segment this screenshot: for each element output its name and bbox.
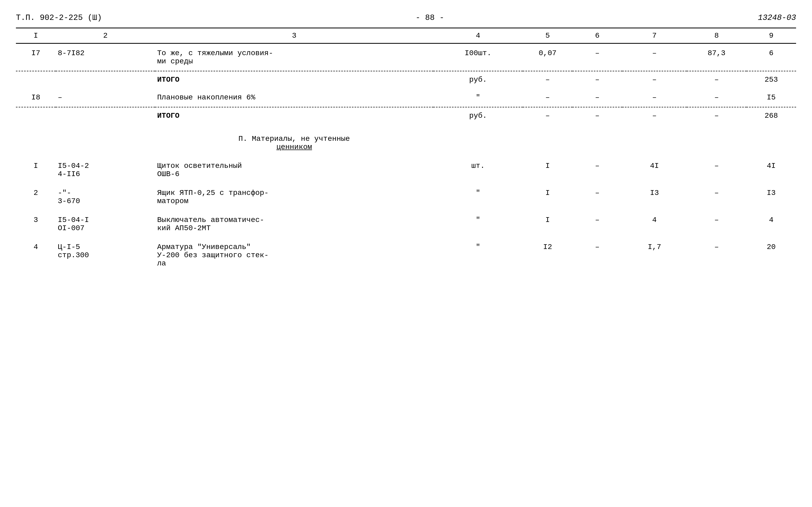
section-cell-7 — [687, 124, 747, 157]
cell-2-7: – — [687, 88, 747, 107]
table-row: II5-04-2 4-II6Щиток осветительный ОШВ-6ш… — [16, 157, 796, 183]
col-header-7: 7 — [622, 28, 687, 44]
itogo-cell-1-4: – — [523, 71, 572, 88]
cell-0-4: 0,07 — [523, 44, 572, 71]
main-table: I 2 3 4 5 6 7 8 9 I78-7I82То же, с тяжел… — [16, 27, 796, 273]
cell-6-5: – — [572, 183, 622, 211]
itogo-cell-1-3: руб. — [433, 71, 523, 88]
cell-8-6: I,7 — [622, 238, 687, 273]
cell-5-5: – — [572, 157, 622, 183]
cell-6-8: I3 — [747, 183, 796, 211]
cell-5-0: I — [16, 157, 56, 183]
cell-0-5: – — [572, 44, 622, 71]
table-row: 3I5-04-I OI-007Выключатель автоматичес- … — [16, 211, 796, 238]
cell-7-1: I5-04-I OI-007 — [56, 211, 155, 238]
itogo-cell-3-8: 268 — [747, 107, 796, 124]
cell-7-0: 3 — [16, 211, 56, 238]
section-cell-1 — [56, 124, 155, 157]
section-cell-4 — [523, 124, 572, 157]
cell-7-5: – — [572, 211, 622, 238]
table-row: 2-"- 3-670Ящик ЯТП-0,25 с трансфор- мато… — [16, 183, 796, 211]
cell-6-0: 2 — [16, 183, 56, 211]
cell-5-7: – — [687, 157, 747, 183]
cell-8-8: 20 — [747, 238, 796, 273]
cell-2-4: – — [523, 88, 572, 107]
column-headers: I 2 3 4 5 6 7 8 9 — [16, 28, 796, 44]
cell-8-1: Ц-I-5 стр.300 — [56, 238, 155, 273]
section-cell-2: П. Материалы, не учтенныеценником — [155, 124, 433, 157]
cell-2-0: I8 — [16, 88, 56, 107]
itogo-cell-3-1 — [56, 107, 155, 124]
itogo-cell-3-2: ИТОГО — [155, 107, 433, 124]
cell-7-4: I — [523, 211, 572, 238]
cell-2-3: " — [433, 88, 523, 107]
itogo-cell-3-4: – — [523, 107, 572, 124]
section-cell-6 — [622, 124, 687, 157]
itogo-cell-3-0 — [16, 107, 56, 124]
cell-7-8: 4 — [747, 211, 796, 238]
cell-8-5: – — [572, 238, 622, 273]
cell-8-2: Арматура "Универсаль" У-200 без защитног… — [155, 238, 433, 273]
cell-0-3: I00шт. — [433, 44, 523, 71]
cell-0-7: 87,3 — [687, 44, 747, 71]
table-row: I78-7I82То же, с тяжелыми условия- ми ср… — [16, 44, 796, 71]
cell-2-8: I5 — [747, 88, 796, 107]
cell-5-1: I5-04-2 4-II6 — [56, 157, 155, 183]
cell-6-7: – — [687, 183, 747, 211]
cell-2-5: – — [572, 88, 622, 107]
section-cell-0 — [16, 124, 56, 157]
cell-2-2: Плановые накопления 6% — [155, 88, 433, 107]
itogo-cell-3-7: – — [687, 107, 747, 124]
doc-number-right: 13248-03 — [758, 13, 796, 22]
itogo-cell-1-5: – — [572, 71, 622, 88]
col-header-2: 2 — [56, 28, 155, 44]
cell-6-6: I3 — [622, 183, 687, 211]
table-row: I8–Плановые накопления 6%"––––I5 — [16, 88, 796, 107]
cell-2-6: – — [622, 88, 687, 107]
itogo-cell-3-6: – — [622, 107, 687, 124]
itogo-cell-1-0 — [16, 71, 56, 88]
cell-0-2: То же, с тяжелыми условия- ми среды — [155, 44, 433, 71]
cell-6-3: " — [433, 183, 523, 211]
section-cell-8 — [747, 124, 796, 157]
section-cell-5 — [572, 124, 622, 157]
cell-8-7: – — [687, 238, 747, 273]
page-header: Т.П. 902-2-225 (Ш) - 88 - 13248-03 — [16, 11, 796, 25]
itogo-cell-3-3: руб. — [433, 107, 523, 124]
cell-6-4: I — [523, 183, 572, 211]
cell-2-1: – — [56, 88, 155, 107]
cell-0-8: 6 — [747, 44, 796, 71]
cell-7-7: – — [687, 211, 747, 238]
col-header-5: 5 — [523, 28, 572, 44]
cell-5-4: I — [523, 157, 572, 183]
itogo-row: ИТОГОруб.––––253 — [16, 71, 796, 88]
cell-0-6: – — [622, 44, 687, 71]
col-header-1: I — [16, 28, 56, 44]
cell-5-6: 4I — [622, 157, 687, 183]
itogo-row: ИТОГОруб.––––268 — [16, 107, 796, 124]
cell-0-1: 8-7I82 — [56, 44, 155, 71]
page-number: - 88 - — [415, 13, 444, 22]
col-header-4: 4 — [433, 28, 523, 44]
table-row: 4Ц-I-5 стр.300Арматура "Универсаль" У-20… — [16, 238, 796, 273]
section-cell-3 — [433, 124, 523, 157]
itogo-cell-1-2: ИТОГО — [155, 71, 433, 88]
cell-8-0: 4 — [16, 238, 56, 273]
section-header-row: П. Материалы, не учтенныеценником — [16, 124, 796, 157]
cell-5-3: шт. — [433, 157, 523, 183]
col-header-9: 9 — [747, 28, 796, 44]
cell-5-8: 4I — [747, 157, 796, 183]
cell-6-1: -"- 3-670 — [56, 183, 155, 211]
itogo-cell-1-8: 253 — [747, 71, 796, 88]
cell-7-2: Выключатель автоматичес- кий АП50-2МТ — [155, 211, 433, 238]
cell-8-3: " — [433, 238, 523, 273]
doc-number-left: Т.П. 902-2-225 (Ш) — [16, 13, 102, 22]
col-header-3: 3 — [155, 28, 433, 44]
cell-5-2: Щиток осветительный ОШВ-6 — [155, 157, 433, 183]
cell-7-3: " — [433, 211, 523, 238]
cell-6-2: Ящик ЯТП-0,25 с трансфор- матором — [155, 183, 433, 211]
itogo-cell-1-1 — [56, 71, 155, 88]
cell-0-0: I7 — [16, 44, 56, 71]
cell-8-4: I2 — [523, 238, 572, 273]
itogo-cell-1-7: – — [687, 71, 747, 88]
